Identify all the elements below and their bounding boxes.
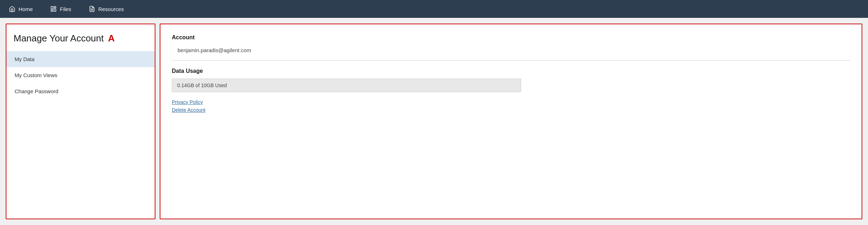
account-section: Account benjamin.paradis@agilent.com — [172, 34, 850, 61]
nav-home[interactable]: Home — [6, 3, 36, 15]
nav-files-label: Files — [60, 6, 71, 12]
links-section: Privacy Policy Delete Account — [172, 99, 850, 113]
right-panel: Account benjamin.paradis@agilent.com Dat… — [160, 24, 862, 219]
sidebar-item-my-custom-views[interactable]: My Custom Views — [6, 67, 155, 83]
navbar: Home Files Resources — [0, 0, 868, 18]
sidebar-header: Manage Your Account A — [6, 24, 155, 51]
nav-resources-label: Resources — [98, 6, 124, 12]
sidebar-item-change-password[interactable]: Change Password — [6, 83, 155, 99]
data-usage-text: 0.14GB of 10GB Used — [177, 82, 227, 88]
svg-rect-1 — [54, 6, 56, 8]
sidebar-item-my-data[interactable]: My Data — [6, 51, 155, 67]
nav-files[interactable]: Files — [47, 3, 74, 15]
files-icon — [50, 5, 57, 12]
svg-rect-0 — [51, 6, 53, 9]
sidebar-title: Manage Your Account — [14, 33, 104, 44]
account-divider — [172, 60, 850, 61]
data-usage-bar: 0.14GB of 10GB Used — [172, 79, 521, 92]
sidebar-badge: A — [108, 33, 115, 44]
account-section-label: Account — [172, 34, 850, 41]
main-content: Manage Your Account A My Data My Custom … — [0, 18, 868, 225]
svg-rect-3 — [51, 10, 53, 11]
home-icon — [9, 5, 16, 12]
nav-resources[interactable]: Resources — [86, 3, 127, 15]
resources-icon — [88, 5, 96, 12]
sidebar-nav: My Data My Custom Views Change Password — [6, 51, 155, 99]
delete-account-link[interactable]: Delete Account — [172, 107, 205, 113]
sidebar: Manage Your Account A My Data My Custom … — [6, 24, 155, 219]
nav-home-label: Home — [19, 6, 33, 12]
data-usage-section: Data Usage 0.14GB of 10GB Used — [172, 68, 850, 92]
account-email: benjamin.paradis@agilent.com — [172, 44, 850, 59]
svg-rect-2 — [54, 9, 56, 11]
data-usage-label: Data Usage — [172, 68, 850, 74]
privacy-policy-link[interactable]: Privacy Policy — [172, 99, 203, 105]
